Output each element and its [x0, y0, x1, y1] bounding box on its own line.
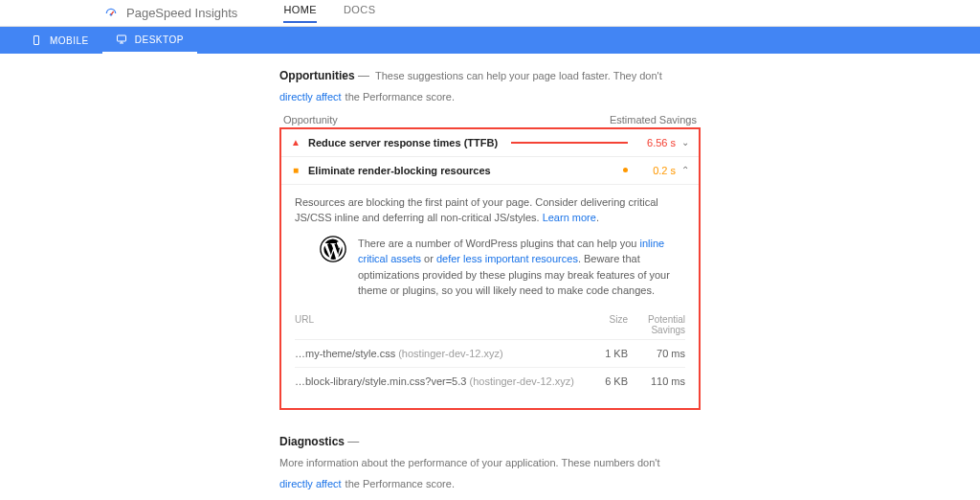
device-tab-mobile[interactable]: MOBILE — [17, 27, 102, 54]
col-opportunity: Opportunity — [283, 114, 338, 125]
col-potential-savings: Potential Savings — [628, 314, 685, 335]
opportunity-bar — [511, 142, 628, 144]
col-estimated-savings: Estimated Savings — [610, 114, 697, 125]
pagespeed-logo-icon — [103, 6, 119, 21]
learn-more-link[interactable]: Learn more — [543, 212, 596, 223]
opportunity-title: Reduce server response times (TTFB) — [308, 137, 498, 148]
desktop-icon — [116, 34, 127, 45]
wordpress-advice: There are a number of WordPress plugins … — [295, 236, 685, 310]
top-tabs: HOME DOCS — [283, 4, 375, 23]
resource-row: …block-library/style.min.css?ver=5.3 (ho… — [295, 367, 685, 395]
mobile-icon — [31, 34, 42, 46]
wordpress-advice-text: There are a number of WordPress plugins … — [358, 236, 685, 299]
col-url: URL — [295, 314, 580, 335]
opportunities-columns: Opportunity Estimated Savings — [283, 114, 697, 125]
diagnostics-desc-link[interactable]: directly affect — [279, 476, 342, 493]
opportunities-desc-suffix: the Performance score. — [345, 89, 455, 106]
device-tab-mobile-label: MOBILE — [50, 35, 89, 46]
resource-table-header: URL Size Potential Savings — [295, 310, 685, 339]
device-tab-desktop-label: DESKTOP — [135, 34, 184, 45]
diagnostics-desc-prefix: More information about the performance o… — [279, 455, 660, 472]
opportunity-savings: 0.2 s — [641, 165, 676, 176]
tab-home[interactable]: HOME — [283, 4, 317, 23]
opportunities-title: Opportunities — [279, 67, 369, 85]
defer-resources-link[interactable]: defer less important resources — [436, 253, 578, 264]
tab-docs[interactable]: DOCS — [344, 4, 375, 23]
opportunities-list: ▲ Reduce server response times (TTFB) 6.… — [279, 127, 701, 410]
app-topbar: PageSpeed Insights HOME DOCS — [0, 0, 980, 27]
device-tabs-bar: MOBILE DESKTOP — [0, 27, 980, 54]
svg-rect-1 — [34, 36, 39, 45]
triangle-warning-icon: ▲ — [291, 137, 301, 148]
diagnostics-title: Diagnostics — [279, 433, 359, 451]
device-tab-desktop[interactable]: DESKTOP — [102, 27, 197, 54]
app-title: PageSpeed Insights — [126, 6, 237, 20]
opportunity-row-render-blocking[interactable]: ■ Eliminate render-blocking resources 0.… — [281, 156, 699, 184]
chevron-down-icon: ⌄ — [681, 137, 689, 148]
opportunities-desc-link[interactable]: directly affect — [279, 89, 342, 106]
diagnostics-desc-suffix: the Performance score. — [345, 476, 455, 493]
col-size: Size — [580, 314, 628, 335]
square-warning-icon: ■ — [291, 165, 301, 175]
chevron-up-icon: ⌃ — [681, 165, 689, 175]
opportunity-bar — [504, 168, 628, 172]
opportunity-title: Eliminate render-blocking resources — [308, 165, 491, 176]
diagnostics-header: Diagnostics More information about the p… — [279, 433, 701, 492]
resource-row: …my-theme/style.css (hostinger-dev-12.xy… — [295, 339, 685, 367]
opportunity-savings: 6.56 s — [641, 137, 676, 148]
opportunity-detail-description: Resources are blocking the first paint o… — [295, 194, 685, 226]
opportunity-detail: Resources are blocking the first paint o… — [281, 184, 699, 408]
wordpress-icon — [320, 236, 346, 262]
opportunities-header: Opportunities These suggestions can help… — [279, 67, 701, 106]
svg-rect-2 — [117, 35, 125, 41]
opportunity-row-ttfb[interactable]: ▲ Reduce server response times (TTFB) 6.… — [281, 129, 699, 156]
opportunities-desc-prefix: These suggestions can help your page loa… — [375, 68, 662, 85]
main-content: Opportunities These suggestions can help… — [279, 67, 701, 500]
